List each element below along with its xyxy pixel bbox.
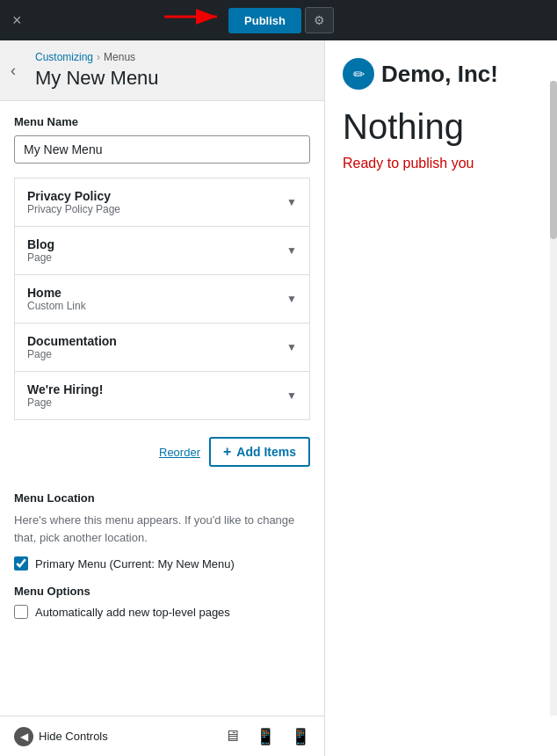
gear-button[interactable]: ⚙ xyxy=(305,7,334,33)
brand-name: Demo, Inc! xyxy=(381,61,498,88)
preview-ready-text: Ready to publish you xyxy=(343,156,539,171)
chevron-down-icon: ▼ xyxy=(286,341,297,353)
menu-item[interactable]: Home Custom Link ▼ xyxy=(14,274,310,323)
tablet-icon[interactable]: 📱 xyxy=(256,727,275,746)
menu-item[interactable]: Privacy Policy Privacy Policy Page ▼ xyxy=(14,178,310,227)
breadcrumb-menus: Menus xyxy=(104,51,135,63)
preview-pane: ✏ Demo, Inc! Nothing Ready to publish yo… xyxy=(325,40,557,756)
auto-add-checkbox[interactable] xyxy=(14,605,28,619)
plus-icon: + xyxy=(223,444,231,460)
menu-item-type: Page xyxy=(27,396,103,409)
menu-item-type: Page xyxy=(27,348,117,360)
breadcrumb-customizing[interactable]: Customizing xyxy=(35,51,93,63)
menu-item[interactable]: We're Hiring! Page ▼ xyxy=(14,371,310,420)
arrow-annotation xyxy=(160,4,230,30)
publish-button[interactable]: Publish xyxy=(228,8,301,33)
menu-item-type: Privacy Policy Page xyxy=(27,203,120,215)
menu-items-list: Privacy Policy Privacy Policy Page ▼ Blo… xyxy=(14,178,310,420)
menu-item[interactable]: Documentation Page ▼ xyxy=(14,323,310,372)
breadcrumb: Customizing › Menus xyxy=(35,51,310,63)
reorder-button[interactable]: Reorder xyxy=(159,446,200,459)
back-button[interactable]: ‹ xyxy=(11,62,16,80)
menu-name-input[interactable] xyxy=(14,135,310,164)
menu-location-desc: Here's where this menu appears. If you'd… xyxy=(14,512,310,546)
menu-item-name: Documentation xyxy=(27,334,117,348)
hide-controls-label: Hide Controls xyxy=(39,730,108,743)
chevron-down-icon: ▼ xyxy=(286,244,297,257)
breadcrumb-separator: › xyxy=(97,51,100,63)
menu-item-name: Blog xyxy=(27,237,54,251)
brand-icon: ✏ xyxy=(343,58,374,90)
desktop-icon[interactable]: 🖥 xyxy=(224,727,240,745)
primary-menu-checkbox[interactable] xyxy=(14,556,28,571)
scroll-thumb xyxy=(550,81,557,239)
auto-add-label: Automatically add new top-level pages xyxy=(35,606,230,619)
menu-item-name: We're Hiring! xyxy=(27,382,103,396)
hide-controls-button[interactable]: ◀ Hide Controls xyxy=(14,727,108,746)
menu-location-title: Menu Location xyxy=(14,491,310,505)
page-title: My New Menu xyxy=(35,67,310,90)
chevron-down-icon: ▼ xyxy=(286,389,297,402)
chevron-down-icon: ▼ xyxy=(286,293,297,305)
menu-item-type: Page xyxy=(27,251,54,264)
arrow-left-icon: ◀ xyxy=(14,727,33,746)
scrollbar[interactable] xyxy=(550,81,557,716)
menu-item-type: Custom Link xyxy=(27,300,86,312)
primary-menu-label: Primary Menu (Current: My New Menu) xyxy=(35,557,235,571)
add-items-button[interactable]: + Add Items xyxy=(209,437,310,467)
menu-name-label: Menu Name xyxy=(14,115,310,128)
menu-item-name: Home xyxy=(27,286,86,300)
menu-item-name: Privacy Policy xyxy=(27,189,120,203)
menu-item[interactable]: Blog Page ▼ xyxy=(14,226,310,275)
menu-options-title: Menu Options xyxy=(14,585,310,598)
chevron-down-icon: ▼ xyxy=(286,196,297,208)
add-items-label: Add Items xyxy=(236,445,296,459)
preview-nothing-text: Nothing xyxy=(343,107,539,147)
close-button[interactable]: × xyxy=(9,9,25,32)
mobile-icon[interactable]: 📱 xyxy=(291,727,310,746)
